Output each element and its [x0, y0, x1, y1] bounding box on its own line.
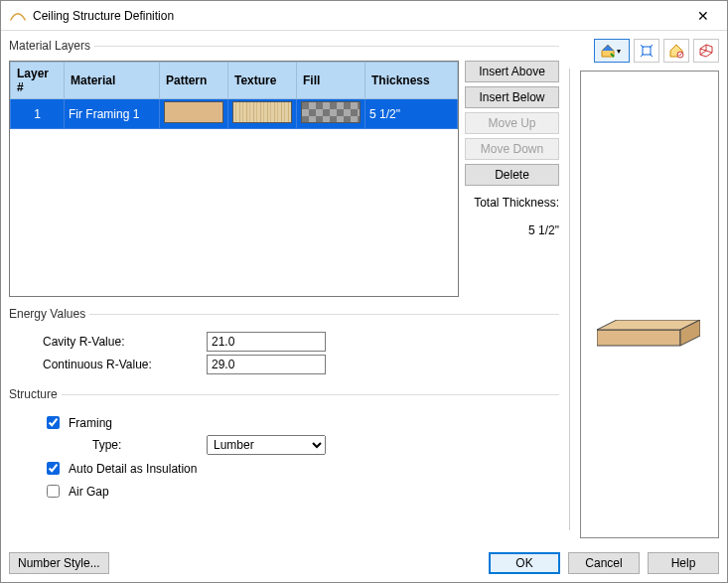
cell-thickness[interactable]: 5 1/2": [365, 99, 458, 129]
type-label: Type:: [92, 438, 207, 452]
table-header: Layer # Material Pattern Texture Fill Th…: [11, 63, 458, 99]
ok-button[interactable]: OK: [489, 552, 560, 574]
cell-layer-no[interactable]: 1: [11, 99, 65, 129]
vertical-separator[interactable]: [569, 69, 570, 530]
cell-material[interactable]: Fir Framing 1: [65, 99, 160, 129]
insert-below-button[interactable]: Insert Below: [465, 86, 559, 108]
close-icon[interactable]: ✕: [687, 8, 719, 24]
preview-toolbar: ▾: [580, 39, 719, 65]
pattern-swatch: [164, 101, 223, 123]
cavity-r-label: Cavity R-Value:: [43, 335, 207, 349]
col-thickness[interactable]: Thickness: [365, 63, 458, 99]
move-down-button: Move Down: [465, 138, 559, 160]
window-title: Ceiling Structure Definition: [33, 9, 687, 23]
left-pane: Material Layers Layer # Material Pattern…: [9, 39, 559, 538]
col-material[interactable]: Material: [65, 63, 160, 99]
cell-pattern[interactable]: [160, 99, 228, 129]
air-gap-checkbox[interactable]: [47, 485, 60, 498]
energy-values-legend: Energy Values: [9, 307, 89, 321]
house-final-icon: [668, 43, 684, 59]
titlebar: Ceiling Structure Definition ✕: [1, 1, 727, 31]
view-expand-button[interactable]: [634, 39, 659, 63]
total-thickness-label: Total Thickness:: [465, 196, 559, 210]
right-pane: ▾: [580, 39, 719, 538]
total-thickness-value: 5 1/2": [465, 223, 559, 237]
svg-marker-2: [597, 330, 680, 346]
view-house-color-button[interactable]: ▾: [594, 39, 630, 63]
chevron-down-icon: ▾: [617, 47, 625, 56]
cavity-r-input[interactable]: [207, 332, 326, 352]
help-button[interactable]: Help: [648, 552, 719, 574]
material-layers-legend: Material Layers: [9, 39, 94, 53]
type-select[interactable]: Lumber: [207, 435, 326, 455]
perspective-icon: [698, 43, 714, 59]
structure-legend: Structure: [9, 387, 62, 401]
cell-texture[interactable]: [228, 99, 297, 129]
texture-swatch: [232, 101, 292, 123]
framing-label: Framing: [69, 416, 112, 430]
number-style-button[interactable]: Number Style...: [9, 552, 109, 574]
layer-buttons: Insert Above Insert Below Move Up Move D…: [465, 61, 559, 297]
preview-plank: [597, 320, 700, 348]
auto-detail-label: Auto Detail as Insulation: [69, 462, 197, 476]
dialog-footer: Number Style... OK Cancel Help: [1, 546, 727, 582]
continuous-r-label: Continuous R-Value:: [43, 358, 207, 371]
view-perspective-button[interactable]: [693, 39, 719, 63]
framing-checkbox[interactable]: [47, 416, 60, 429]
table-row[interactable]: 1 Fir Framing 1 5 1/2": [11, 99, 458, 129]
col-layer-no[interactable]: Layer #: [11, 63, 65, 99]
preview-pane[interactable]: [580, 71, 719, 538]
material-layers-group: Material Layers Layer # Material Pattern…: [9, 39, 559, 301]
energy-values-group: Energy Values Cavity R-Value: Continuous…: [9, 307, 559, 381]
auto-detail-checkbox[interactable]: [47, 462, 60, 475]
insert-above-button[interactable]: Insert Above: [465, 61, 559, 82]
cell-fill[interactable]: [297, 99, 365, 129]
fill-swatch: [301, 101, 361, 123]
continuous-r-input[interactable]: [207, 355, 326, 374]
layers-table[interactable]: Layer # Material Pattern Texture Fill Th…: [9, 61, 459, 297]
air-gap-label: Air Gap: [69, 485, 109, 499]
cancel-button[interactable]: Cancel: [568, 552, 640, 574]
house-color-icon: [600, 43, 616, 59]
expand-icon: [640, 44, 654, 58]
dialog-window: Ceiling Structure Definition ✕ Material …: [0, 0, 728, 583]
app-icon: [9, 9, 27, 23]
col-pattern[interactable]: Pattern: [160, 63, 228, 99]
delete-button[interactable]: Delete: [465, 164, 559, 186]
col-fill[interactable]: Fill: [297, 63, 365, 99]
dialog-body: Material Layers Layer # Material Pattern…: [1, 31, 727, 546]
move-up-button: Move Up: [465, 112, 559, 134]
col-texture[interactable]: Texture: [228, 63, 297, 99]
structure-group: Structure Framing Type: Lumber Auto Deta…: [9, 387, 559, 505]
svg-rect-0: [643, 47, 651, 55]
view-house-final-button[interactable]: [663, 39, 689, 63]
